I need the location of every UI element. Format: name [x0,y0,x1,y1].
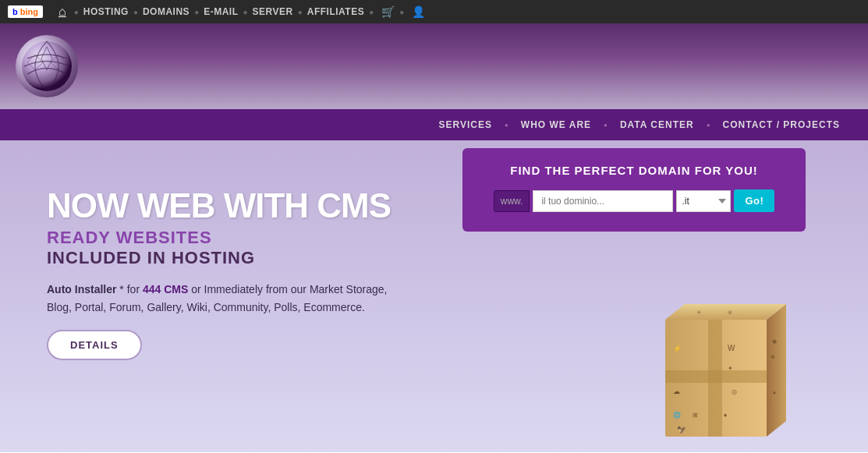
dot-sep-2: ● [194,8,199,16]
svg-text:♦: ♦ [724,412,727,419]
svg-point-0 [22,41,72,91]
contact-link[interactable]: CONTACT / PROJECTS [710,119,852,130]
email-link[interactable]: E-MAIL [204,6,238,17]
top-navigation: b bing ⌂ ● HOSTING ● DOMAINS ● E-MAIL ● … [0,0,868,23]
svg-text:☀: ☀ [696,310,701,315]
data-center-link[interactable]: DATA CENTER [608,119,707,130]
main-content: FIND THE PERFECT DOMAIN FOR YOU! www. .i… [0,140,868,452]
bing-logo: b bing [8,5,43,18]
hero-section: NOW WEB WITH CMS READY WEBSITES INCLUDED… [47,187,406,360]
svg-rect-8 [665,370,767,383]
for-text: for [124,283,143,296]
hero-description: Auto Installer * for 444 CMS or Immediat… [47,281,406,316]
cart-icon[interactable]: 🛒 [381,5,395,18]
dot-sep-6: ● [399,8,404,16]
domain-search-box: FIND THE PERFECT DOMAIN FOR YOU! www. .i… [462,148,806,232]
svg-text:◉: ◉ [772,338,777,344]
hosting-link[interactable]: HOSTING [83,6,129,17]
svg-text:⊞: ⊞ [693,412,698,419]
svg-marker-6 [665,304,786,320]
dot-separator: ● [74,8,79,16]
user-icon[interactable]: 👤 [412,5,425,18]
services-link[interactable]: SERVICES [427,119,505,130]
go-button[interactable]: Go! [734,189,774,212]
domain-box-title: FIND THE PERFECT DOMAIN FOR YOU! [486,164,782,177]
top-nav-links: HOSTING ● DOMAINS ● E-MAIL ● SERVER ● AF… [83,5,426,18]
dot-sep-4: ● [298,8,303,16]
cms-box-svg: ⚡ W ☁ ◎ ⊞ ♦ 🌐 ✦ ◉ ⊕ ▲ ☀ ⊛ 🦅 [650,281,790,444]
www-label: www. [494,190,530,212]
svg-marker-5 [767,304,786,437]
auto-installer-label: Auto Installer [47,283,116,296]
domains-link[interactable]: DOMAINS [143,6,190,17]
who-we-are-link[interactable]: WHO WE ARE [508,119,604,130]
svg-text:⚡: ⚡ [673,344,682,353]
tld-select[interactable]: .it .com .net .org .eu [676,190,731,212]
domain-search-row: www. .it .com .net .org .eu Go! [486,189,782,212]
svg-text:☁: ☁ [673,388,680,395]
svg-text:W: W [728,344,735,352]
domain-input[interactable] [533,190,673,212]
svg-text:🦅: 🦅 [677,425,687,435]
cms-count: 444 CMS [143,283,188,296]
svg-text:◎: ◎ [732,388,737,395]
site-logo[interactable] [16,35,78,97]
hero-title: NOW WEB WITH CMS [47,187,406,225]
hero-subtitle2: INCLUDED IN HOSTING [47,248,406,268]
server-link[interactable]: SERVER [253,6,293,17]
affiliates-link[interactable]: AFFILIATES [307,6,364,17]
logo-svg [19,39,74,94]
svg-text:🌐: 🌐 [673,411,681,419]
svg-text:▲: ▲ [772,390,777,395]
hero-subtitle1: READY WEBSITES [47,228,406,248]
dot-sep-3: ● [243,8,248,16]
site-header [0,23,868,109]
svg-text:⊛: ⊛ [728,310,732,315]
cms-box-illustration: ⚡ W ☁ ◎ ⊞ ♦ 🌐 ✦ ◉ ⊕ ▲ ☀ ⊛ 🦅 [650,281,790,444]
home-link[interactable]: ⌂ [58,5,66,19]
details-button[interactable]: DETAILS [47,330,142,360]
dot-sep-5: ● [369,8,374,16]
dot-sep-1: ● [133,8,138,16]
svg-text:⊕: ⊕ [771,354,775,359]
asterisk: * [116,283,123,296]
secondary-navigation: SERVICES ● WHO WE ARE ● DATA CENTER ● CO… [0,109,868,140]
svg-text:✦: ✦ [728,365,733,372]
